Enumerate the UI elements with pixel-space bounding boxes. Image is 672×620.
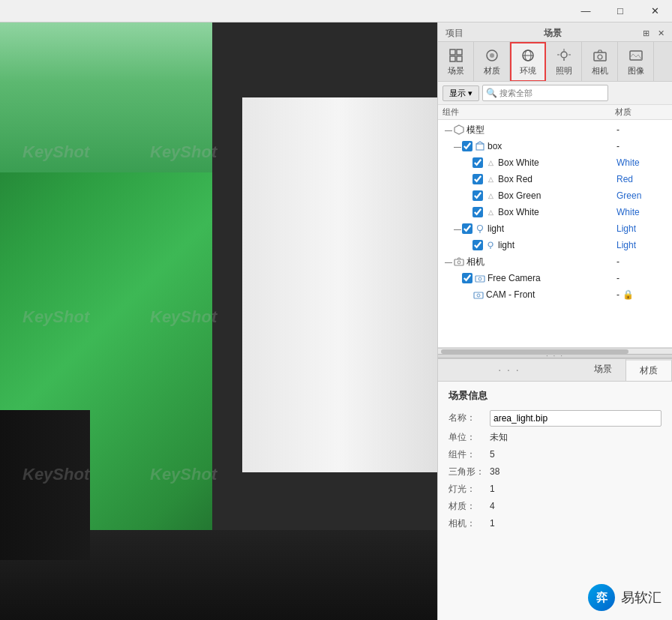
model-icon (453, 124, 465, 136)
logo-area: 弈 易软汇 (588, 584, 662, 611)
info-label-triangles: 三角形： (448, 466, 490, 478)
tree-row-boxwhite2[interactable]: △ Box White White (438, 204, 672, 220)
tree-row-boxgreen[interactable]: △ Box Green Green (438, 187, 672, 204)
tree-row-box[interactable]: — box - (438, 138, 672, 154)
info-row-materials: 材质： 4 (448, 500, 662, 513)
tree-row-freecam[interactable]: Free Camera - (438, 270, 672, 286)
tab-material[interactable]: 材质 (474, 42, 510, 81)
tab-camera[interactable]: 相机 (582, 42, 618, 81)
tab-scene[interactable]: 场景 (438, 42, 474, 81)
tree-row-lightchild[interactable]: light Light (438, 237, 672, 253)
bottom-tab-material[interactable]: 材质 (626, 359, 672, 381)
info-row-unit: 单位： 未知 (448, 431, 662, 444)
minimize-button[interactable]: — (568, 0, 603, 22)
expand-fc (453, 274, 462, 283)
expand-lightgrp[interactable]: — (453, 224, 462, 233)
info-value-cameras: 1 (490, 518, 495, 529)
svg-rect-27 (474, 292, 483, 298)
tree-label-lc: light (498, 240, 616, 250)
br-icon: △ (484, 173, 496, 185)
tree-row-camfront[interactable]: CAM - Front - 🔒 (438, 286, 672, 303)
tree-row-model[interactable]: — 模型 - (438, 121, 672, 138)
info-row-components: 组件： 5 (448, 448, 662, 461)
svg-marker-17 (454, 125, 464, 134)
tree-mat-lc: Light (616, 240, 669, 250)
tree-mat-model: - (616, 124, 669, 135)
watermark-2: KeyShot (150, 142, 217, 162)
info-name-input[interactable] (490, 410, 662, 427)
close-button[interactable]: ✕ (638, 0, 672, 22)
expand-bg (464, 191, 472, 200)
lc-icon (484, 239, 496, 251)
panel-close-button[interactable]: ✕ (654, 27, 668, 40)
info-value-components: 5 (490, 449, 495, 460)
tree-row-lightgroup[interactable]: — light Light (438, 220, 672, 237)
checkbox-br[interactable] (472, 174, 483, 184)
checkbox-bg[interactable] (472, 190, 483, 201)
panel-header-controls: ⊞ ✕ (639, 27, 668, 40)
tree-mat-lightgrp: Light (616, 223, 669, 234)
search-input[interactable] (482, 85, 608, 101)
camera-header-icon (453, 256, 465, 268)
svg-point-19 (478, 226, 483, 231)
tree-row-camera-header[interactable]: — 相机 - (438, 253, 672, 270)
checkbox-bw2[interactable] (472, 207, 483, 217)
tab-lighting[interactable]: 照明 (546, 42, 582, 81)
checkbox-lightgrp[interactable] (462, 223, 472, 234)
svg-point-21 (488, 242, 493, 247)
lightgrp-icon (474, 223, 486, 235)
tree-row-boxwhite1[interactable]: △ Box White White (438, 154, 672, 171)
tab-lighting-label: 照明 (556, 65, 572, 76)
info-label-lights: 灯光： (448, 483, 490, 496)
viewport[interactable]: KeyShot KeyShot KeyShot KeyShot KeyShot … (0, 22, 437, 620)
svg-rect-18 (476, 144, 484, 150)
info-label-components: 组件： (448, 448, 490, 461)
environment-tab-icon (520, 47, 536, 64)
tree-label-freecam: Free Camera (488, 273, 616, 283)
svg-rect-1 (457, 49, 462, 55)
display-button[interactable]: 显示 ▾ (442, 85, 479, 101)
tab-environment[interactable]: 环境 (510, 42, 546, 81)
checkbox-lc[interactable] (472, 240, 483, 250)
maximize-button[interactable]: □ (603, 0, 638, 22)
checkbox-fc[interactable] (462, 273, 472, 283)
tree-label-bw2: Box White (498, 207, 616, 217)
info-value-lights: 1 (490, 484, 495, 494)
tab-material-label: 材质 (484, 65, 500, 76)
watermark-4: KeyShot (150, 307, 217, 327)
watermark-3: KeyShot (22, 307, 89, 327)
bw2-icon: △ (484, 206, 496, 218)
expand-bw1 (464, 158, 472, 167)
scene-box-dark (0, 410, 90, 560)
tree-mat-camfront: - 🔒 (616, 289, 669, 300)
svg-point-28 (477, 294, 480, 297)
expand-model[interactable]: — (444, 125, 453, 134)
info-row-name: 名称： (448, 410, 662, 427)
toolbar-row: 显示 ▾ 🔍 (438, 82, 672, 105)
expand-camera[interactable]: — (444, 257, 453, 266)
scene-white-panel (242, 97, 437, 472)
info-row-lights: 灯光： 1 (448, 483, 662, 496)
tab-image[interactable]: 图像 (618, 42, 654, 81)
window-controls: — □ ✕ (568, 0, 672, 22)
tree-mat-bg: Green (616, 190, 669, 201)
expand-box[interactable]: — (453, 142, 462, 151)
watermark-1: KeyShot (22, 142, 89, 162)
info-label-unit: 单位： (448, 431, 490, 444)
tree-headers: 组件 材质 (438, 105, 672, 120)
tree-col-component: 组件 (442, 106, 615, 118)
panel-header-left: 项目 (442, 25, 466, 41)
tree-panel[interactable]: — 模型 - — box - (438, 120, 672, 348)
svg-rect-25 (476, 276, 484, 282)
tree-row-boxred[interactable]: △ Box Red Red (438, 171, 672, 187)
bottom-tabs-dots: · · · (438, 359, 580, 381)
checkbox-bw1[interactable] (472, 157, 483, 168)
checkbox-box[interactable] (462, 141, 472, 151)
box-icon (474, 140, 486, 152)
right-panel: 项目 场景 ⊞ ✕ 场景 材质 (437, 22, 672, 620)
panel-expand-button[interactable]: ⊞ (639, 27, 652, 40)
bottom-tab-scene[interactable]: 场景 (580, 359, 626, 381)
expand-lc (464, 241, 472, 250)
tree-mat-camera-header: - (616, 256, 669, 267)
tree-mat-box: - (616, 141, 669, 151)
